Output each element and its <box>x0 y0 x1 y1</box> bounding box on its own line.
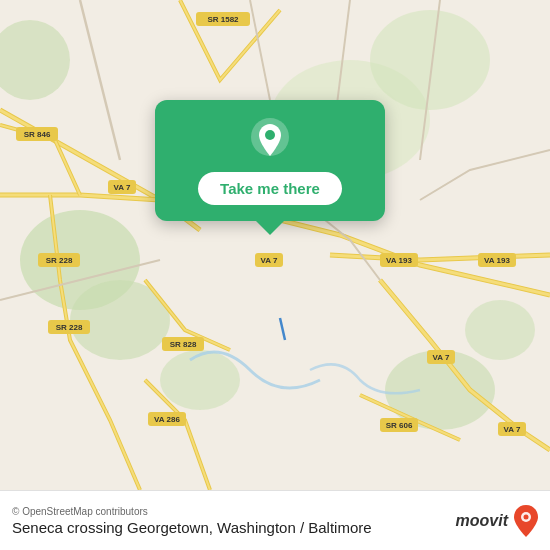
svg-point-3 <box>160 350 240 410</box>
svg-point-5 <box>465 300 535 360</box>
svg-text:VA 193: VA 193 <box>484 256 510 265</box>
svg-text:VA 7: VA 7 <box>504 425 521 434</box>
svg-text:SR 1582: SR 1582 <box>207 15 239 24</box>
svg-text:SR 228: SR 228 <box>46 256 73 265</box>
svg-text:VA 7: VA 7 <box>114 183 131 192</box>
svg-point-8 <box>370 10 490 110</box>
svg-text:VA 193: VA 193 <box>386 256 412 265</box>
svg-text:SR 228: SR 228 <box>56 323 83 332</box>
location-title: Seneca crossing Georgetown, Washington /… <box>12 519 372 536</box>
svg-text:VA 286: VA 286 <box>154 415 180 424</box>
location-pin-icon <box>248 118 292 162</box>
svg-text:VA 7: VA 7 <box>261 256 278 265</box>
svg-text:VA 7: VA 7 <box>433 353 450 362</box>
map-container: SR 1582 SR 846 VA 7 VA 7 VA 193 VA 193 S… <box>0 0 550 490</box>
svg-text:SR 606: SR 606 <box>386 421 413 430</box>
moovit-pin-icon <box>512 504 540 538</box>
svg-text:SR 846: SR 846 <box>24 130 51 139</box>
moovit-logo: moovit <box>456 504 540 538</box>
moovit-text: moovit <box>456 512 508 530</box>
svg-point-39 <box>524 515 529 520</box>
svg-text:SR 828: SR 828 <box>170 340 197 349</box>
popup-card: Take me there <box>155 100 385 221</box>
bottom-bar: © OpenStreetMap contributors Seneca cros… <box>0 490 550 550</box>
take-me-there-button[interactable]: Take me there <box>198 172 342 205</box>
svg-point-37 <box>265 130 275 140</box>
attribution-text: © OpenStreetMap contributors <box>12 506 372 517</box>
